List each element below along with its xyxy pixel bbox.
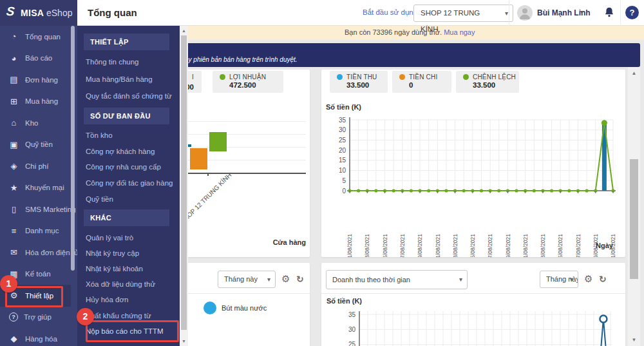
revenue-line-chart: 353025 (321, 308, 625, 346)
logo-brand: MISA (21, 8, 44, 18)
green-dot-icon (220, 74, 225, 80)
browser-notice-text: ay phiên bản bán hàng trên trình duyệt. (185, 56, 298, 63)
list-icon: ≡ (8, 226, 19, 236)
menu-section-header: KHÁC (84, 209, 169, 226)
sidebar-item-kho[interactable]: ⌂Kho (0, 112, 71, 134)
kpi-value: 33.500 (346, 81, 384, 89)
menu-item[interactable]: Hủy hóa đơn (77, 292, 180, 307)
kpi-card: TIỀN CHI0 (392, 71, 451, 93)
period-filter-select[interactable]: Tháng này ▾ (540, 271, 578, 288)
report-type-select[interactable]: Doanh thu theo thời gian ▾ (326, 270, 468, 289)
scroll-down-icon[interactable]: ▼ (628, 337, 640, 343)
chevron-down-icon: ▾ (267, 271, 270, 287)
chevron-down-icon: ▾ (570, 271, 573, 287)
misa-logo-icon: S (6, 5, 15, 19)
settings-dropdown-menu: THIẾT LẬPThông tin chungMua hàng/Bán hàn… (77, 26, 180, 346)
main-scrollbar[interactable]: ▲ ▼ (628, 67, 640, 346)
svg-text:Ngày: Ngày (596, 242, 614, 249)
settings-gear-icon[interactable]: ⚙ (281, 273, 290, 285)
topbar-divider (509, 0, 509, 26)
svg-text:01/08/2021: 01/08/2021 (346, 234, 353, 257)
sidebar-item-khuyen-mai[interactable]: ★Khuyến mại (0, 177, 71, 199)
scroll-up-icon[interactable]: ▲ (180, 28, 188, 33)
refresh-icon[interactable]: ↻ (599, 273, 607, 285)
svg-text:19/08/2021: 19/08/2021 (505, 234, 511, 257)
sidebar-item-tong-quan[interactable]: ◔Tổng quan (0, 26, 71, 48)
svg-text:10: 10 (339, 167, 346, 174)
sidebar-item-tro-giup[interactable]: ?Trợ giúp (0, 307, 71, 329)
sidebar-item-danh-muc[interactable]: ≡Danh mục (0, 220, 71, 242)
menu-item[interactable]: Quản lý vai trò (77, 229, 180, 245)
svg-text:27/08/2021: 27/08/2021 (575, 234, 582, 257)
main-scrollbar-thumb[interactable] (630, 159, 638, 279)
kpi-label: TIỀN CHI (409, 73, 437, 81)
menu-item[interactable]: Nhật ký tài khoản (77, 261, 180, 276)
menu-item[interactable]: Quỹ tiền (77, 191, 180, 207)
sidebar-item-label: SMS Marketing (25, 206, 76, 213)
kpi-profit-label: LỢI NHUẬN (229, 73, 266, 81)
refresh-icon[interactable]: ↻ (296, 273, 304, 285)
revenue-panel: Doanh thu theo thời gian ▾ Tháng này ▾ ⚙… (321, 263, 625, 346)
svg-text:15/08/2021: 15/08/2021 (469, 234, 476, 257)
legend-label: Bút màu nước (222, 304, 267, 312)
menu-scrollbar-thumb[interactable] (181, 35, 187, 330)
menu-item[interactable]: Công nợ nhà cung cấp (77, 159, 180, 175)
shop-selector[interactable]: SHOP 12 TRUNG KÍNH ▾ (413, 5, 513, 22)
menu-item[interactable]: Tồn kho (77, 128, 180, 144)
svg-text:30: 30 (348, 326, 356, 333)
sidebar-item-hoa-don-dien-tu[interactable]: ✉Hóa đơn điện tử (0, 242, 71, 264)
x-axis-title: Cửa hàng (273, 238, 306, 246)
sidebar-item-quy-tien[interactable]: ▣Quỹ tiền (0, 134, 71, 156)
menu-item[interactable]: Xóa dữ liệu dùng thử (77, 276, 180, 292)
topbar: Tổng quan Bắt đầu sử dụng SHOP 12 TRUNG … (0, 0, 644, 26)
panel-divider (321, 293, 625, 294)
menu-item[interactable]: Mua hàng/Bán hàng (77, 71, 180, 88)
cart-icon: ⊞ (8, 97, 19, 106)
y-axis-title: Số tiền (K) (327, 297, 362, 305)
cashflow-line-chart: 0510152025303501/08/202103/08/202105/08/… (321, 115, 625, 257)
kpi-label: TIỀN THU (346, 73, 377, 81)
sidebar-item-label: Khuyến mại (25, 184, 64, 191)
notification-bell-icon[interactable] (603, 6, 616, 19)
menu-scrollbar[interactable]: ▲ ▼ (180, 26, 188, 346)
kpi-value: 33.500 (473, 81, 515, 89)
start-using-link[interactable]: Bắt đầu sử dụng (363, 8, 417, 16)
expense-icon: ◈ (8, 161, 19, 171)
svg-text:25: 25 (339, 137, 346, 144)
menu-item[interactable]: Công nợ khách hàng (77, 143, 180, 159)
menu-item[interactable]: Thông tin chung (77, 53, 180, 71)
svg-text:13/08/2021: 13/08/2021 (452, 234, 459, 257)
legend-dot-icon (337, 74, 343, 80)
svg-text:35: 35 (339, 117, 346, 124)
app-root: Tổng quan Bắt đầu sử dụng SHOP 12 TRUNG … (0, 0, 644, 346)
person-icon (517, 5, 533, 21)
sidebar-item-bao-cao[interactable]: ◕Báo cáo (0, 48, 71, 70)
sidebar-item-sms-marketing[interactable]: ▯SMS Marketing (0, 198, 71, 220)
help-icon[interactable]: ? (625, 6, 639, 19)
menu-item[interactable]: Quy tắc đánh số chứng từ (77, 88, 180, 105)
settings-gear-icon[interactable]: ⚙ (584, 273, 592, 285)
sidebar-item-chi-phi[interactable]: ◈Chi phí (0, 155, 71, 177)
avatar[interactable] (517, 5, 533, 21)
scroll-up-icon[interactable]: ▲ (628, 70, 640, 76)
chevron-down-icon[interactable]: ▾ (580, 8, 583, 15)
kpi-card: TIỀN THU33.500 (330, 71, 388, 93)
legend-dot-icon (463, 74, 469, 80)
chevron-down-icon: ▾ (505, 5, 508, 21)
scroll-down-icon[interactable]: ▼ (180, 339, 188, 343)
sidebar-item-hang-hoa[interactable]: ◆Hàng hóa (0, 328, 71, 346)
svg-text:15: 15 (339, 157, 346, 164)
period-filter-value: Tháng này (224, 275, 258, 283)
svg-text:5: 5 (342, 177, 346, 184)
profit-bar (209, 132, 227, 151)
sidebar-item-don-hang[interactable]: ▤Đơn hàng (0, 69, 71, 91)
menu-item[interactable]: Công nợ đối tác giao hàng (77, 175, 180, 191)
sidebar-item-mua-hang[interactable]: ⊞Mua hàng (0, 91, 71, 113)
app-logo[interactable]: S MISA eShop (0, 0, 77, 26)
help-icon: ? (9, 312, 18, 322)
menu-item[interactable]: Nhật ký truy cập (77, 245, 180, 261)
svg-text:17/08/2021: 17/08/2021 (487, 234, 493, 257)
sidebar-scrollbar-thumb[interactable] (71, 26, 75, 271)
buy-now-link[interactable]: Mua ngay (444, 28, 475, 36)
period-filter-select[interactable]: Tháng này ▾ (218, 271, 276, 288)
